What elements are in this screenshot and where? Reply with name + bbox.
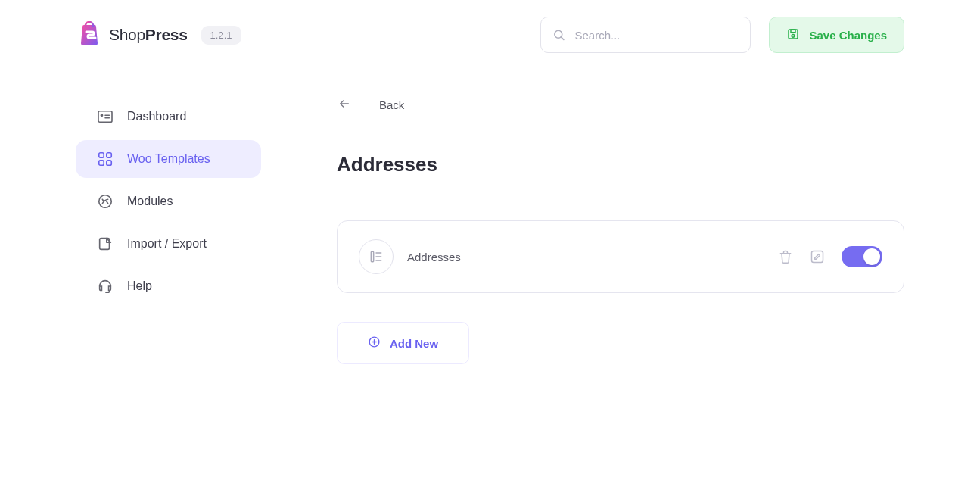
sidebar-item-modules[interactable]: Modules (76, 182, 261, 220)
delete-button[interactable] (778, 249, 793, 264)
brand-group: ShopPress 1.2.1 (76, 21, 241, 48)
sidebar-item-label: Dashboard (127, 110, 186, 123)
header-right: Save Changes (540, 17, 904, 53)
svg-rect-9 (107, 161, 111, 165)
svg-rect-2 (791, 30, 795, 33)
save-button-label: Save Changes (809, 29, 887, 42)
save-icon (786, 27, 800, 43)
toggle-knob (863, 248, 880, 265)
brand-name: ShopPress (109, 26, 188, 44)
plus-circle-icon (368, 335, 381, 351)
dashboard-icon (97, 110, 114, 123)
sidebar: Dashboard Woo Templates (76, 98, 261, 364)
svg-rect-13 (812, 251, 823, 263)
sidebar-item-label: Import / Export (127, 237, 207, 251)
sidebar-item-help[interactable]: Help (76, 267, 261, 305)
search-wrap (540, 17, 751, 53)
sidebar-item-label: Woo Templates (127, 152, 210, 166)
add-new-label: Add New (390, 337, 438, 350)
card-actions (778, 246, 882, 267)
svg-rect-8 (99, 161, 104, 165)
sidebar-item-dashboard[interactable]: Dashboard (76, 98, 261, 136)
logo: ShopPress (76, 21, 188, 48)
main-content: Back Addresses Addresses (337, 98, 904, 364)
templates-icon (97, 151, 114, 167)
add-new-button[interactable]: Add New (337, 322, 469, 364)
back-link[interactable]: Back (337, 98, 904, 112)
svg-point-5 (101, 114, 102, 116)
template-icon (359, 239, 394, 274)
sidebar-item-label: Help (127, 279, 152, 293)
search-icon (552, 29, 565, 42)
back-label: Back (379, 98, 404, 111)
header: ShopPress 1.2.1 Save C (76, 0, 904, 67)
svg-rect-7 (107, 153, 111, 157)
template-card: Addresses (337, 220, 904, 293)
svg-rect-12 (371, 251, 373, 261)
svg-rect-6 (99, 153, 104, 157)
page-title: Addresses (337, 153, 904, 176)
enable-toggle[interactable] (842, 246, 882, 267)
sidebar-item-label: Modules (127, 195, 173, 208)
logo-icon (76, 21, 103, 48)
version-badge: 1.2.1 (201, 26, 241, 45)
card-left: Addresses (359, 239, 461, 274)
edit-button[interactable] (810, 249, 825, 264)
arrow-left-icon (337, 98, 352, 112)
help-icon (97, 278, 114, 295)
import-export-icon (97, 235, 114, 252)
template-card-label: Addresses (407, 251, 461, 264)
save-changes-button[interactable]: Save Changes (769, 17, 904, 53)
svg-rect-4 (98, 111, 112, 122)
sidebar-item-import-export[interactable]: Import / Export (76, 225, 261, 263)
svg-point-3 (792, 34, 795, 37)
search-input[interactable] (540, 17, 751, 53)
svg-point-10 (99, 195, 112, 208)
modules-icon (97, 193, 114, 210)
sidebar-item-woo-templates[interactable]: Woo Templates (76, 140, 261, 178)
